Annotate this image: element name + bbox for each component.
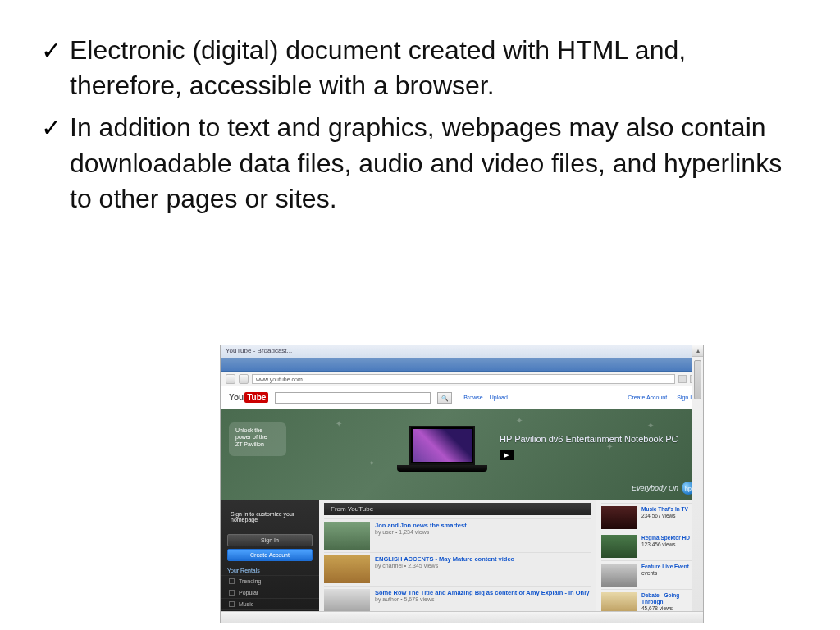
window-titlebar: YouTube - Broadcast... bbox=[221, 345, 703, 358]
logo-text-you: You bbox=[229, 393, 244, 402]
create-account-link[interactable]: Create Account bbox=[628, 395, 667, 400]
checkmark-icon: ✓ bbox=[41, 110, 62, 146]
video-title: Debate - Going Through bbox=[641, 592, 698, 605]
sidebar-item[interactable]: Trending bbox=[221, 575, 319, 587]
right-column: Music That's In TV234,567 views Regina S… bbox=[596, 500, 703, 623]
ad-banner[interactable]: ✦ ✦ ✦ ✦ ✦ Unlock the power of the ZT Pav… bbox=[221, 409, 703, 500]
account-links: Create Account Sign In bbox=[628, 395, 695, 400]
address-bar: www.youtube.com bbox=[221, 372, 703, 386]
video-subtext: by author • 5,678 views bbox=[375, 596, 589, 603]
recommend-row[interactable]: Music That's In TV234,567 views bbox=[601, 503, 698, 532]
tab-title: YouTube - Broadcast... bbox=[226, 347, 292, 354]
video-thumbnail bbox=[601, 564, 637, 587]
recommend-row[interactable]: Regina Spektor HD123,456 views bbox=[601, 532, 698, 560]
scroll-thumb[interactable] bbox=[694, 360, 701, 399]
laptop-image bbox=[393, 426, 491, 483]
video-thumbnail bbox=[601, 535, 637, 558]
video-title: Jon and Jon news the smartest bbox=[375, 522, 467, 529]
nav-link-upload[interactable]: Upload bbox=[490, 395, 508, 400]
vertical-scrollbar[interactable]: ▴ bbox=[692, 345, 703, 623]
bullet-text: Electronic (digital) document created wi… bbox=[70, 33, 799, 103]
video-title: Some Row The Title and Amazing Big as co… bbox=[375, 589, 589, 596]
feed-header: From YouTube bbox=[324, 503, 591, 515]
video-row[interactable]: Jon and Jon news the smartest by user • … bbox=[324, 518, 591, 552]
video-subtext: events bbox=[641, 570, 689, 577]
page-body: Sign in to customize your homepage Sign … bbox=[221, 500, 703, 623]
main-feed: From YouTube Jon and Jon news the smarte… bbox=[319, 500, 596, 623]
video-title: Music That's In TV bbox=[641, 506, 688, 513]
sidebar-promo: Sign in to customize your homepage bbox=[226, 506, 314, 529]
search-input[interactable] bbox=[275, 392, 431, 404]
promo-line: Unlock the bbox=[235, 427, 280, 434]
banner-cta-button[interactable]: ▶ bbox=[500, 450, 514, 460]
scroll-up-button[interactable]: ▴ bbox=[692, 345, 703, 357]
bullet-item: ✓ In addition to text and graphics, webp… bbox=[41, 110, 799, 217]
browser-statusbar bbox=[221, 611, 703, 623]
banner-headline: HP Pavilion dv6 Entertainment Notebook P… bbox=[500, 434, 678, 444]
bookmark-icon[interactable] bbox=[678, 375, 687, 383]
video-thumbnail bbox=[601, 506, 637, 529]
site-header: You Tube 🔍 Browse Upload Create Account … bbox=[221, 386, 703, 409]
video-subtext: by user • 1,234 views bbox=[375, 529, 467, 536]
sidebar-item[interactable]: Music bbox=[221, 598, 319, 609]
bullet-item: ✓ Electronic (digital) document created … bbox=[41, 33, 799, 103]
brand-text: Everybody On bbox=[632, 484, 678, 492]
banner-brand: Everybody On hp bbox=[632, 482, 695, 495]
forward-button[interactable] bbox=[239, 374, 249, 384]
video-subtext: 123,456 views bbox=[641, 541, 690, 548]
promo-line: ZT Pavilion bbox=[235, 441, 280, 448]
back-button[interactable] bbox=[226, 374, 235, 384]
video-row[interactable]: ENGLISH ACCENTS - May Mature content vid… bbox=[324, 552, 591, 586]
bullet-text: In addition to text and graphics, webpag… bbox=[70, 110, 799, 217]
video-title: Feature Live Event bbox=[641, 564, 689, 570]
sidebar-section-header: Your Rentals bbox=[227, 568, 313, 573]
logo-text-tube: Tube bbox=[244, 392, 268, 403]
youtube-logo[interactable]: You Tube bbox=[229, 392, 268, 403]
url-field[interactable]: www.youtube.com bbox=[252, 374, 675, 384]
video-thumbnail bbox=[324, 555, 370, 583]
slide-content: ✓ Electronic (digital) document created … bbox=[0, 0, 840, 217]
video-subtext: by channel • 2,345 views bbox=[375, 563, 514, 569]
banner-promo-pill: Unlock the power of the ZT Pavilion bbox=[229, 422, 286, 456]
sidebar-create-button[interactable]: Create Account bbox=[227, 549, 313, 561]
video-subtext: 234,567 views bbox=[641, 513, 688, 519]
browser-tabbar bbox=[221, 358, 703, 372]
video-title: ENGLISH ACCENTS - May Mature content vid… bbox=[375, 555, 514, 563]
nav-links: Browse Upload bbox=[463, 395, 508, 400]
embedded-screenshot: YouTube - Broadcast... www.youtube.com Y… bbox=[220, 345, 704, 623]
sidebar-item[interactable]: Popular bbox=[221, 587, 319, 598]
sidebar-signin-button[interactable]: Sign In bbox=[227, 534, 313, 546]
video-thumbnail bbox=[324, 522, 370, 550]
checkmark-icon: ✓ bbox=[41, 33, 62, 69]
search-button[interactable]: 🔍 bbox=[437, 392, 452, 404]
video-title: Regina Spektor HD bbox=[641, 535, 690, 541]
nav-link-browse[interactable]: Browse bbox=[463, 395, 482, 400]
sidebar: Sign in to customize your homepage Sign … bbox=[221, 500, 319, 623]
recommend-row[interactable]: Feature Live Eventevents bbox=[601, 560, 698, 589]
promo-line: power of the bbox=[235, 434, 280, 441]
